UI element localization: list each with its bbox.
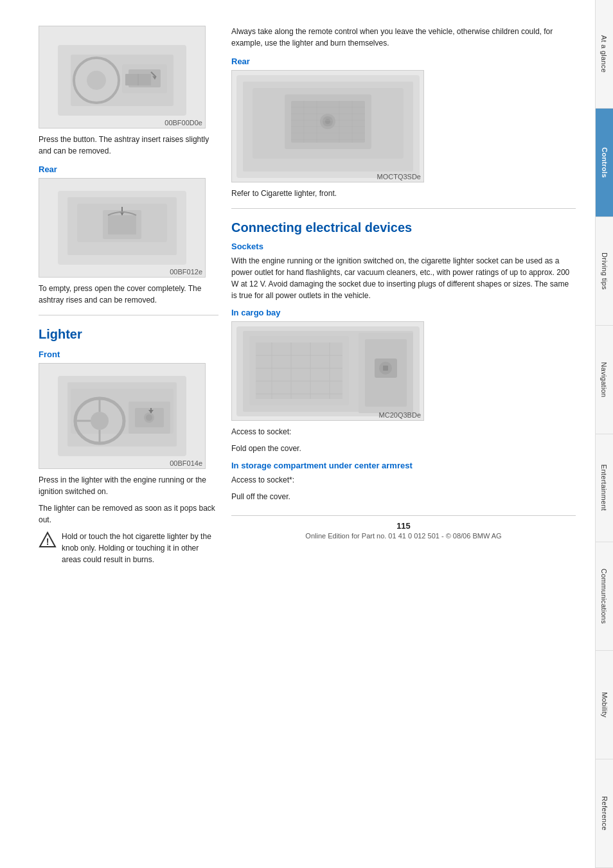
sidebar-item-navigation[interactable]: Navigation	[596, 326, 613, 434]
sockets-text: With the engine running or the ignition …	[231, 255, 576, 301]
sockets-heading: Sockets	[231, 242, 576, 251]
sidebar-label-mobility: Mobility	[601, 692, 609, 718]
lighter-heading: Lighter	[39, 327, 218, 342]
cargo-caption-2: Fold open the cover.	[231, 443, 576, 454]
lighter-front-img-caption: 00BF014e	[170, 459, 202, 467]
armrest-caption-1: Access to socket*:	[231, 474, 576, 486]
cargo-socket-image: MC20Q3BDe	[231, 321, 424, 421]
connect-heading: Connecting electrical devices	[231, 220, 576, 235]
warning-icon: !	[39, 531, 57, 549]
right-column: Always take along the remote control whe…	[231, 26, 576, 842]
right-intro-text: Always take along the remote control whe…	[231, 26, 576, 49]
sidebar-item-communications[interactable]: Communications	[596, 542, 613, 651]
footer-text: Online Edition for Part no. 01 41 0 012 …	[305, 532, 501, 540]
ashtray-front-image: 00BF00D0e	[39, 26, 206, 128]
sidebar-label-entertainment: Entertainment	[601, 465, 609, 511]
sidebar-label-controls: Controls	[601, 147, 609, 178]
page-number: 115	[231, 521, 576, 531]
divider-1	[39, 315, 218, 315]
front-heading: Front	[39, 350, 218, 359]
armrest-heading: In storage compartment under center armr…	[231, 461, 576, 470]
cargo-img-caption: MC20Q3BDe	[379, 411, 421, 419]
sidebar-item-controls[interactable]: Controls	[596, 109, 613, 217]
svg-rect-14	[108, 215, 136, 235]
top-left-img-caption: 00BF00D0e	[164, 119, 202, 127]
cargo-heading: In cargo bay	[231, 308, 576, 317]
sidebar-item-reference[interactable]: Reference	[596, 759, 613, 868]
armrest-caption-2: Pull off the cover.	[231, 491, 576, 502]
sidebar-label-at-a-glance: At a glance	[601, 35, 609, 73]
ashtray-press-caption: Press the button. The ashtray insert rai…	[39, 134, 218, 157]
lighter-front-image: 00BF014e	[39, 363, 206, 469]
warning-text: Hold or touch the hot cigarette lighter …	[62, 531, 218, 565]
rear-right-img-caption: MOCTQ3SDe	[377, 173, 421, 181]
warning-box: ! Hold or touch the hot cigarette lighte…	[39, 531, 218, 565]
cargo-caption-1: Access to socket:	[231, 426, 576, 438]
svg-point-3	[87, 71, 106, 90]
rear-ashtray-image: 00BF012e	[39, 178, 206, 278]
rear-heading-right: Rear	[231, 57, 576, 66]
rear-lighter-image: MOCTQ3SDe	[231, 70, 424, 182]
sidebar: At a glance Controls Driving tips Naviga…	[595, 0, 613, 868]
page-footer: 115 Online Edition for Part no. 01 41 0 …	[231, 515, 576, 540]
rear-heading-left: Rear	[39, 164, 218, 174]
page-wrapper: 00BF00D0e Press the button. The ashtray …	[0, 0, 613, 868]
main-content: 00BF00D0e Press the button. The ashtray …	[0, 0, 595, 868]
sidebar-label-communications: Communications	[601, 569, 609, 624]
left-column: 00BF00D0e Press the button. The ashtray …	[39, 26, 218, 842]
sidebar-label-navigation: Navigation	[601, 362, 609, 397]
rear-lighter-caption: Refer to Cigarette lighter, front.	[231, 188, 576, 199]
rear-ashtray-caption: To empty, press open the cover completel…	[39, 283, 218, 306]
svg-point-28	[146, 414, 152, 421]
svg-point-40	[325, 119, 330, 124]
sidebar-item-at-a-glance[interactable]: At a glance	[596, 0, 613, 109]
sidebar-item-mobility[interactable]: Mobility	[596, 651, 613, 759]
divider-2	[231, 208, 576, 209]
lighter-caption-1: Press in the lighter with the engine run…	[39, 474, 218, 497]
rear-left-img-caption: 00BF012e	[170, 268, 202, 276]
sidebar-label-driving-tips: Driving tips	[601, 252, 609, 290]
svg-rect-67	[383, 366, 388, 371]
svg-point-21	[91, 412, 109, 430]
sidebar-item-entertainment[interactable]: Entertainment	[596, 434, 613, 543]
svg-text:!: !	[46, 536, 49, 547]
sidebar-label-reference: Reference	[601, 796, 609, 830]
sidebar-item-driving-tips[interactable]: Driving tips	[596, 217, 613, 326]
lighter-caption-2: The lighter can be removed as soon as it…	[39, 502, 218, 526]
